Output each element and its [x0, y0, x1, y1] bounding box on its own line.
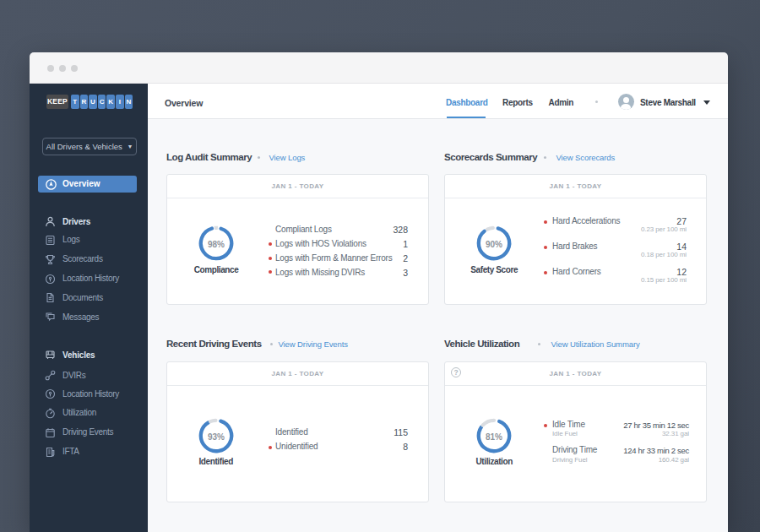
svg-text:81%: 81% — [486, 432, 502, 441]
svg-text:93%: 93% — [208, 432, 225, 441]
svg-text:90%: 90% — [486, 239, 502, 248]
svg-text:98%: 98% — [207, 239, 224, 248]
